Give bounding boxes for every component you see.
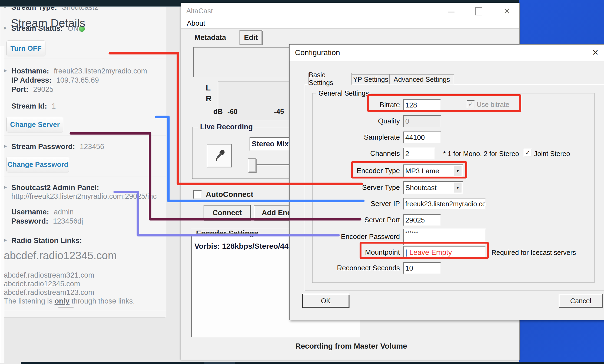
samplerate-input[interactable]: 44100 — [403, 132, 441, 143]
connect-button[interactable]: Connect — [204, 205, 251, 220]
radio-link[interactable]: abcdef.radio12345.com — [4, 280, 80, 288]
ip-label: IP Address: — [11, 76, 52, 84]
taskbar-item[interactable] — [204, 362, 235, 364]
underline-bar — [58, 307, 74, 308]
minimize-button[interactable] — [446, 8, 457, 16]
ip-row: IP Address: 109.73.65.69 — [11, 76, 99, 85]
radio-link[interactable]: abcdef.radiostream321.com — [4, 271, 94, 279]
quality-input: 0 — [403, 115, 441, 127]
minimize-icon — [448, 12, 454, 12]
maximize-button[interactable] — [473, 7, 484, 15]
joint-stereo-checkbox[interactable]: ✓ — [524, 149, 532, 157]
server-ip-label: Server IP — [306, 200, 400, 208]
recording-status-text: Recording from Master Volume — [270, 342, 432, 350]
check-icon: ✓ — [525, 149, 530, 156]
change-password-button[interactable]: Change Password — [6, 157, 69, 172]
window-title: AltaCast — [186, 7, 213, 15]
samplerate-label: Samplerate — [306, 133, 400, 141]
screen: Stream Details ▶ Stream Type: Shoutcast2… — [0, 0, 604, 364]
server-type-combobox[interactable]: Shoutcast ▼ — [403, 181, 463, 194]
tab-yp-settings[interactable]: YP Settings — [352, 74, 390, 84]
close-button[interactable]: × — [501, 5, 513, 17]
divider — [0, 136, 166, 136]
use-bitrate-checkbox[interactable]: ✓ — [467, 100, 475, 108]
hostname-value: freeuk23.listen2myradio.com — [54, 67, 147, 75]
menu-about[interactable]: About — [187, 19, 205, 28]
tab-basic-settings[interactable]: Basic Settings — [308, 73, 352, 85]
encoder-password-label: Encoder Password — [306, 232, 400, 241]
stream-password-label: Stream Password: — [11, 143, 75, 151]
username-row: Username: admin — [11, 208, 74, 216]
meter-right-label: R — [206, 94, 212, 103]
check-icon: ✓ — [468, 101, 473, 108]
db-label: dB — [213, 107, 223, 116]
channels-input[interactable]: 2 — [403, 148, 435, 160]
dialog-close-icon[interactable]: × — [592, 47, 598, 58]
ok-button[interactable]: OK — [303, 294, 349, 308]
dropdown-arrow-icon[interactable]: ▼ — [453, 166, 462, 176]
bitrate-label: Bitrate — [306, 101, 400, 109]
cancel-button[interactable]: Cancel — [559, 294, 603, 308]
encoder-type-value: MP3 Lame — [405, 167, 439, 175]
stream-id-row: Stream Id: 1 — [11, 102, 56, 110]
joint-stereo-label: Joint Stereo — [534, 150, 570, 158]
admin-panel-label: Shoutcast2 Admin Panel: — [11, 184, 99, 192]
port-value: 29025 — [33, 85, 54, 93]
password-value: 123456dj — [53, 217, 83, 225]
radio-link-primary[interactable]: abcdef.radio12345.com — [4, 250, 117, 262]
server-port-input[interactable]: 29025 — [403, 214, 441, 226]
server-type-value: Shoutcast — [405, 184, 437, 192]
microphone-button[interactable] — [207, 144, 232, 167]
taskbar — [21, 362, 604, 364]
db-tick-mid: -45 — [274, 107, 284, 116]
reconnect-input[interactable]: 10 — [403, 262, 441, 274]
radio-link[interactable]: abcdef.radiostream123.com — [4, 288, 94, 297]
configuration-dialog: Configuration × Basic Settings YP Settin… — [289, 44, 604, 320]
mountpoint-input[interactable]: | Leave Empty — [403, 246, 486, 259]
server-type-label: Server Type — [306, 183, 400, 192]
autoconnect-checkbox[interactable] — [193, 190, 202, 199]
admin-panel-url[interactable]: http://freeuk23.listen2myradio.com:29025… — [11, 192, 163, 201]
encoder-type-label: Encoder Type — [306, 167, 400, 175]
quality-label: Quality — [306, 117, 400, 125]
hostname-row: Hostname: freeuk23.listen2myradio.com — [11, 67, 147, 75]
radio-links-label: Radio Station Links: — [11, 237, 82, 245]
port-label: Port: — [11, 85, 28, 93]
mountpoint-label: Mountpoint — [306, 248, 400, 257]
server-ip-input[interactable]: freeuk23.listen2myradio.com — [403, 198, 486, 210]
note-prefix: The listening is — [4, 297, 55, 305]
general-settings-label: General Settings — [316, 89, 371, 97]
maximize-icon — [475, 7, 482, 15]
edit-button[interactable]: Edit — [240, 30, 262, 45]
note-suffix: through those links. — [69, 297, 135, 305]
page-title: Stream Details — [11, 17, 85, 30]
password-row: Password: 123456dj — [11, 217, 83, 225]
turn-off-button[interactable]: Turn OFF — [6, 41, 45, 56]
encoder-type-combobox[interactable]: MP3 Lame ▼ — [403, 164, 463, 177]
expand-triangle-icon[interactable]: ▶ — [4, 25, 7, 30]
server-port-label: Server Port — [306, 216, 400, 224]
text-cursor: | — [405, 248, 407, 257]
mountpoint-placeholder: Leave Empty — [409, 248, 452, 257]
autoconnect-label: AutoConnect — [206, 190, 253, 199]
close-icon: × — [504, 5, 510, 18]
encoder-password-input[interactable]: ****** — [403, 229, 486, 245]
ip-value: 109.73.65.69 — [56, 76, 99, 84]
change-server-button[interactable]: Change Server — [6, 117, 63, 132]
stream-password-row: Stream Password: 123456 — [11, 143, 104, 151]
mountpoint-note: * Required for Icecast servers — [487, 249, 576, 257]
db-tick-min: -60 — [227, 107, 238, 116]
stream-id-label: Stream Id: — [11, 102, 47, 110]
password-label: Password: — [11, 217, 48, 225]
tab-advanced-settings[interactable]: Advanced Settings — [390, 74, 454, 84]
divider — [0, 310, 166, 310]
bitrate-input[interactable]: 128 — [403, 99, 441, 111]
meter-left-label: L — [206, 83, 211, 92]
dropdown-arrow-icon[interactable]: ▼ — [453, 182, 462, 193]
encoder-settings-label: Encoder Settings — [196, 229, 258, 238]
stream-details-card: ▶ Stream Type: Shoutcast2 ▶ Stream Statu… — [0, 0, 166, 318]
divider — [0, 177, 166, 177]
volume-slider-handle[interactable] — [248, 158, 256, 172]
divider — [0, 59, 166, 59]
microphone-icon — [212, 148, 227, 163]
